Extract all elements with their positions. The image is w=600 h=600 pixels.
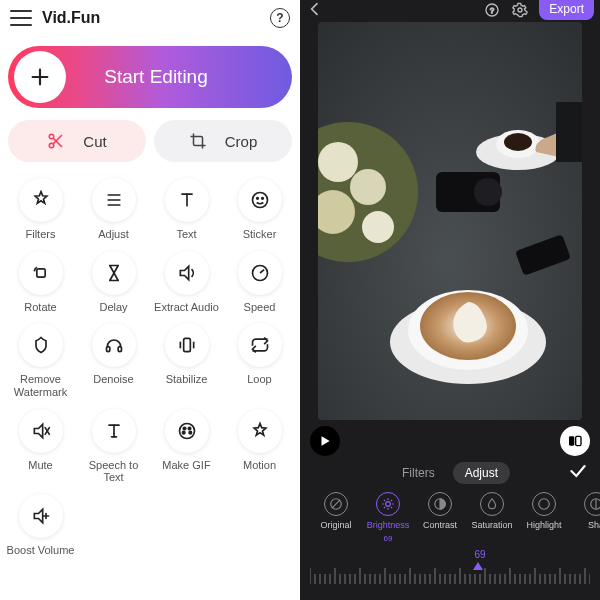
denoise-icon <box>92 323 136 367</box>
tool-label: Speech to Text <box>80 459 148 484</box>
svg-line-67 <box>384 500 385 501</box>
confirm-icon[interactable] <box>568 461 588 485</box>
play-button[interactable] <box>310 426 340 456</box>
start-editing-label: Start Editing <box>66 66 292 88</box>
tool-loop[interactable]: Loop <box>223 323 296 398</box>
speech-to-text-icon <box>92 409 136 453</box>
tool-text[interactable]: Text <box>150 178 223 241</box>
adjust-label: Saturation <box>471 520 512 530</box>
mute-icon <box>19 409 63 453</box>
tab-adjust[interactable]: Adjust <box>453 462 510 484</box>
svg-point-13 <box>261 198 263 200</box>
tool-label: Mute <box>28 459 52 472</box>
tool-remove-watermark[interactable]: Remove Watermark <box>4 323 77 398</box>
tool-label: Stabilize <box>166 373 208 386</box>
adjust-original[interactable]: Original <box>310 492 362 543</box>
adjust-label: Brightness <box>367 520 410 530</box>
back-icon[interactable] <box>306 0 324 18</box>
tool-label: Rotate <box>24 301 56 314</box>
svg-point-31 <box>183 427 186 430</box>
scissors-icon <box>47 132 65 150</box>
menu-icon[interactable] <box>10 10 32 26</box>
tool-label: Adjust <box>98 228 129 241</box>
motion-icon <box>238 409 282 453</box>
home-panel: Vid.Fun ? Start Editing Cut Crop <box>0 0 300 600</box>
adjust-slider[interactable]: 69 <box>300 545 600 584</box>
tool-make-gif[interactable]: Make GIF <box>150 409 223 484</box>
compare-icon[interactable] <box>560 426 590 456</box>
brand-title: Vid.Fun <box>42 9 100 27</box>
tools-grid: FiltersAdjustTextStickerRotateDelayExtra… <box>0 174 300 556</box>
adjust-saturation[interactable]: Saturation <box>466 492 518 543</box>
tool-mute[interactable]: Mute <box>4 409 77 484</box>
tool-label: Loop <box>247 373 271 386</box>
tool-stabilize[interactable]: Stabilize <box>150 323 223 398</box>
svg-marker-15 <box>180 266 188 279</box>
settings-icon[interactable] <box>511 1 529 19</box>
crop-button[interactable]: Crop <box>154 120 292 162</box>
tool-denoise[interactable]: Denoise <box>77 323 150 398</box>
tool-motion[interactable]: Motion <box>223 409 296 484</box>
tool-label: Boost Volume <box>7 544 75 557</box>
svg-point-2 <box>50 134 55 139</box>
tool-boost-volume[interactable]: Boost Volume <box>4 494 77 557</box>
tool-rotate[interactable]: Rotate <box>4 251 77 314</box>
tool-filters[interactable]: Filters <box>4 178 77 241</box>
adjust-label: Original <box>320 520 351 530</box>
rotate-icon <box>19 251 63 295</box>
svg-point-43 <box>318 142 358 182</box>
tool-label: Text <box>176 228 196 241</box>
svg-point-33 <box>189 431 192 434</box>
adjust-value: 69 <box>384 534 393 543</box>
export-button[interactable]: Export <box>539 0 594 20</box>
tool-label: Speed <box>244 301 276 314</box>
svg-line-70 <box>384 507 385 508</box>
tool-speed[interactable]: Speed <box>223 251 296 314</box>
extract-audio-icon <box>165 251 209 295</box>
svg-point-62 <box>386 502 391 507</box>
make-gif-icon <box>165 409 209 453</box>
adjust-brightness[interactable]: Brightness69 <box>362 492 414 543</box>
remove-watermark-icon <box>19 323 63 367</box>
tool-sticker[interactable]: Sticker <box>223 178 296 241</box>
video-preview[interactable] <box>318 22 582 420</box>
tool-extract-audio[interactable]: Extract Audio <box>150 251 223 314</box>
shadow-icon <box>584 492 600 516</box>
editor-tabs: Filters Adjust <box>300 460 600 490</box>
tool-label: Denoise <box>93 373 133 386</box>
svg-rect-59 <box>576 436 581 445</box>
svg-point-11 <box>252 193 267 208</box>
tool-label: Filters <box>26 228 56 241</box>
svg-rect-58 <box>569 436 574 445</box>
adjust-highlight[interactable]: Highlight <box>518 492 570 543</box>
svg-rect-14 <box>36 268 44 276</box>
adjust-shadow[interactable]: Sha <box>570 492 600 543</box>
svg-rect-50 <box>556 102 582 162</box>
svg-line-68 <box>391 507 392 508</box>
svg-point-73 <box>591 499 600 510</box>
brightness-icon <box>376 492 400 516</box>
editor-topbar: ? Export <box>300 0 600 20</box>
crop-label: Crop <box>225 133 258 150</box>
tool-adjust[interactable]: Adjust <box>77 178 150 241</box>
svg-point-49 <box>504 133 532 151</box>
svg-point-12 <box>256 198 258 200</box>
plus-icon <box>14 51 66 103</box>
help-icon[interactable]: ? <box>270 8 290 28</box>
cut-button[interactable]: Cut <box>8 120 146 162</box>
cut-label: Cut <box>83 133 106 150</box>
svg-point-52 <box>474 178 502 206</box>
app-header: Vid.Fun ? <box>0 0 300 36</box>
svg-point-32 <box>188 427 191 430</box>
editor-panel: ? Export <box>300 0 600 600</box>
ruler-icon <box>310 562 590 584</box>
tool-delay[interactable]: Delay <box>77 251 150 314</box>
help-editor-icon[interactable]: ? <box>483 1 501 19</box>
adjust-contrast[interactable]: Contrast <box>414 492 466 543</box>
start-editing-button[interactable]: Start Editing <box>8 46 292 108</box>
tab-filters[interactable]: Filters <box>390 462 447 484</box>
tool-label: Make GIF <box>162 459 210 472</box>
svg-marker-57 <box>322 436 330 445</box>
tool-speech-to-text[interactable]: Speech to Text <box>77 409 150 484</box>
svg-marker-35 <box>34 509 42 522</box>
